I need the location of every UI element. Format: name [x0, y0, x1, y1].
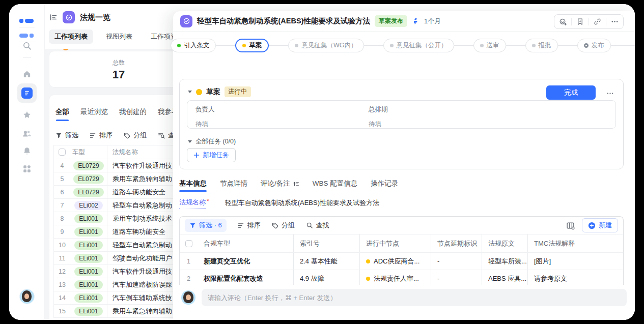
model-badge: ELi002	[74, 201, 102, 210]
tab-created-by-me[interactable]: 我创建的	[119, 107, 147, 121]
bell-icon[interactable]	[22, 146, 32, 156]
step-draft[interactable]: 草案	[235, 39, 269, 52]
tab-basic-info[interactable]: 基本信息	[179, 175, 207, 192]
col-tmc: TMC法规解释	[527, 234, 623, 252]
apps-grid-icon[interactable]	[22, 164, 32, 174]
comment-sort-icon	[293, 181, 299, 187]
field-label[interactable]: 法规名称	[179, 198, 206, 209]
search-icon[interactable]	[22, 41, 32, 51]
workflow-stepper: 引入条文 草案 意见征集（WG内） 意见征集（公开） 送审 报批 发布	[173, 38, 635, 53]
comment-bar	[173, 285, 635, 320]
detail-sheet: 轻型车自动紧急制动系统(AEBS)性能要求及试验方法 草案发布 1个月	[173, 11, 635, 320]
node-name: 草案	[206, 87, 220, 97]
tab-recent[interactable]: 最近浏览	[80, 107, 108, 121]
app-rail	[9, 4, 45, 320]
project-app-icon	[21, 87, 33, 99]
schedule-label: 总排期	[369, 105, 388, 114]
new-record-button[interactable]: 新建	[582, 218, 618, 232]
header-actions	[554, 14, 624, 29]
node-dot	[366, 277, 370, 281]
step-review[interactable]: 送审	[473, 39, 506, 52]
model-badge: ELi001	[74, 307, 102, 316]
col-node: 进行中节点	[359, 234, 431, 252]
add-reaction-icon[interactable]	[554, 15, 571, 28]
sort-button[interactable]: 排序	[90, 131, 113, 140]
grid-row[interactable]: 1 新建页交互优化 2.4 基本性能 ADC供应商合... - 轻型车所装...…	[180, 253, 623, 270]
grid-find-button[interactable]: 查找	[306, 221, 329, 230]
model-badge: EL0729	[73, 188, 103, 197]
detail-header: 轻型车自动紧急制动系统(AEBS)性能要求及试验方法 草案发布 1个月	[173, 11, 635, 32]
grid-sort-button[interactable]: 排序	[238, 221, 261, 230]
group-button[interactable]: 分组	[124, 131, 147, 140]
step-public-feedback[interactable]: 意见征集（公开）	[383, 39, 454, 52]
col-vehicle: 合规车型	[198, 234, 293, 252]
page-title: 法规一览	[80, 13, 110, 22]
filter-button[interactable]: 筛选	[55, 131, 78, 140]
app-window: 法规一览 工作项列表 视图列表 工作项资源库 总数 17 全部 最近浏览 我创建…	[9, 4, 635, 320]
user-avatar[interactable]	[19, 289, 35, 304]
regulation-name-field: 法规名称 * 轻型车自动紧急制动系统(AEBS)性能要求及试验方法	[179, 198, 379, 209]
duration-label: 1个月	[424, 17, 441, 26]
field-value[interactable]: 轻型车自动紧急制动系统(AEBS)性能要求及试验方法	[225, 198, 379, 208]
model-badge: ELi001	[74, 267, 102, 276]
comment-input[interactable]	[202, 289, 627, 306]
col-source: 法规原文	[482, 234, 527, 252]
model-badge: ELi001	[74, 214, 102, 223]
draft-node-card: 草案 进行中 完成 负责人 待填 总排期 待填 全部任务 (0/0)	[179, 79, 624, 169]
tab-comments[interactable]: 评论/备注	[261, 175, 299, 192]
node-dot	[366, 259, 370, 263]
link-icon[interactable]	[589, 15, 606, 28]
node-status-badge: 进行中	[225, 86, 251, 97]
status-badge: 草案发布	[375, 15, 407, 27]
select-all-checkbox[interactable]	[59, 149, 66, 156]
model-badge: ELi001	[74, 227, 102, 237]
grid-select-all-checkbox[interactable]	[185, 240, 192, 247]
model-badge: ELi001	[74, 280, 102, 289]
pin-icon[interactable]	[412, 17, 419, 25]
detail-title: 轻型车自动紧急制动系统(AEBS)性能要求及试验方法	[197, 16, 370, 26]
grid-header-row: 合规车型 索引号 进行中节点 节点延期标识 法规原文 TMC法规解释	[180, 234, 623, 253]
step-intro[interactable]: 引入条文	[171, 39, 216, 52]
owner-label: 负责人	[195, 105, 215, 114]
required-mark: *	[207, 198, 209, 205]
more-icon[interactable]	[606, 15, 623, 28]
comment-avatar	[181, 290, 195, 305]
collapse-sidebar-icon[interactable]	[49, 13, 58, 21]
tab-node-details[interactable]: 节点详情	[220, 175, 247, 192]
complete-button[interactable]: 完成	[546, 85, 596, 100]
step-publish[interactable]: 发布	[577, 39, 611, 52]
schedule-value[interactable]: 待填	[369, 120, 388, 129]
node-status-dot	[196, 89, 202, 95]
add-task-button[interactable]: 新增任务	[187, 148, 236, 162]
col-delay: 节点延期标识	[431, 234, 482, 252]
owner-value[interactable]: 待填	[195, 120, 215, 129]
team-icon[interactable]	[22, 128, 32, 138]
star-icon[interactable]	[22, 110, 32, 120]
home-icon[interactable]	[22, 69, 32, 79]
tab-all[interactable]: 全部	[55, 107, 69, 121]
rail-divider	[23, 57, 31, 57]
total-value: 17	[103, 68, 134, 81]
col-index: 索引号	[293, 234, 359, 252]
sidebar-item-projects-active[interactable]	[17, 83, 37, 103]
step-approval[interactable]: 报批	[525, 39, 558, 52]
step-wg-feedback[interactable]: 意见征集（WG内）	[288, 39, 363, 52]
column-settings-icon[interactable]	[566, 221, 575, 230]
model-badge: ELi001	[74, 254, 102, 263]
tab-wbs-config[interactable]: WBS 配置信息	[313, 175, 358, 192]
total-label: 总数	[103, 58, 134, 67]
grid-toolbar: 筛选 · 6 排序 分组 查找	[180, 217, 623, 234]
model-badge: EL0729	[73, 161, 103, 170]
tab-workitem-list[interactable]: 工作项列表	[49, 30, 93, 44]
tab-activity-log[interactable]: 操作记录	[371, 175, 398, 192]
model-badge: ELi001	[74, 293, 102, 303]
tab-view-list[interactable]: 视图列表	[100, 30, 138, 44]
node-more-icon[interactable]	[606, 90, 614, 97]
bookmark-add-icon[interactable]	[572, 15, 589, 28]
collapse-caret-icon[interactable]	[188, 91, 192, 93]
tasks-caret-icon[interactable]	[188, 140, 192, 143]
detail-app-icon	[180, 15, 192, 27]
grid-group-button[interactable]: 分组	[272, 221, 295, 230]
app-logo-icon	[19, 14, 35, 44]
filter-chip[interactable]: 筛选 · 6	[185, 219, 227, 232]
